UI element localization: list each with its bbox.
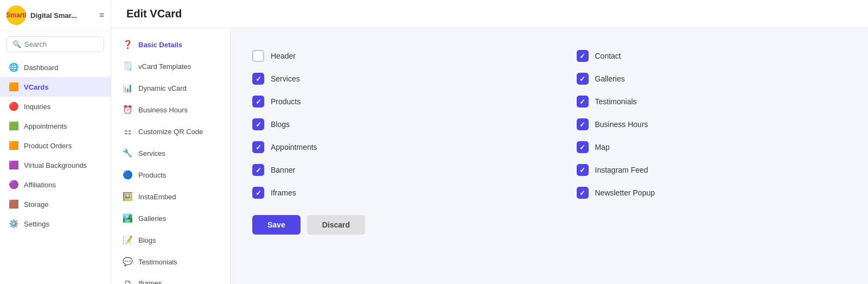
left-nav-label: Basic Details [138,41,182,49]
checkbox-label-testimonials: Testimonials [595,97,637,106]
checkbox-row-map[interactable]: Map [577,136,847,159]
search-icon: 🔍 [12,40,21,48]
inquiries-icon: 🔴 [9,102,18,111]
discard-button[interactable]: Discard [307,215,365,235]
checkbox-business-hours[interactable] [577,118,589,130]
checkbox-map[interactable] [577,141,589,153]
basic-details-nav-icon: ❓ [122,40,133,49]
checkbox-label-galleries: Galleries [595,74,625,83]
sidebar-item-label: Product Orders [24,142,72,150]
affiliations-icon: 🟣 [9,180,18,190]
galleries-nav-icon: 🏞️ [122,213,133,223]
checkbox-iframes[interactable] [252,187,264,199]
storage-icon: 🟫 [9,199,18,209]
sidebar-item-label: Inquiries [24,103,50,111]
left-nav-label: Customize QR Code [138,128,203,136]
left-nav-item-instaembed[interactable]: 🖼️InstaEmbed [111,186,230,207]
checkbox-row-products[interactable]: Products [252,90,522,113]
sidebar-item-label: Appointments [24,122,67,130]
left-nav-item-products[interactable]: 🔵Products [111,164,230,186]
sidebar-header: Smartl Digital Smar... ≡ [0,0,111,31]
iframes-nav-icon: 🗋 [122,279,133,284]
checkbox-row-newsletter-popup[interactable]: Newsletter Popup [577,181,847,204]
checkbox-blogs[interactable] [252,118,264,130]
left-nav-label: Testimonials [138,258,177,266]
sidebar-nav: 🌐Dashboard🟧VCards🔴Inquiries🟩Appointments… [0,58,111,233]
checkbox-right-col: ContactGalleriesTestimonialsBusiness Hou… [577,45,847,204]
sidebar-item-dashboard[interactable]: 🌐Dashboard [0,58,111,77]
checkbox-testimonials[interactable] [577,96,589,108]
checkbox-products[interactable] [252,96,264,108]
checkbox-row-instagram-feed[interactable]: Instagram Feed [577,159,847,181]
left-nav-item-customize-qr-code[interactable]: ⚏Customize QR Code [111,121,230,142]
left-nav-label: Galleries [138,214,166,223]
sidebar-item-storage[interactable]: 🟫Storage [0,194,111,214]
checkbox-label-products: Products [271,97,301,106]
appointments-icon: 🟩 [9,121,18,131]
checkbox-services[interactable] [252,73,264,85]
services-nav-icon: 🔧 [122,148,133,158]
sidebar: Smartl Digital Smar... ≡ 🔍 🌐Dashboard🟧VC… [0,0,111,284]
hamburger-icon[interactable]: ≡ [99,10,104,20]
checkbox-label-map: Map [595,143,610,152]
checkbox-label-services: Services [271,74,300,83]
main-content: Edit VCard ❓Basic Details🗒️vCard Templat… [111,0,868,284]
actions-row: Save Discard [252,215,846,235]
sidebar-item-product-orders[interactable]: 🟧Product Orders [0,136,111,155]
left-nav-item-testimonials[interactable]: 💬Testimonials [111,251,230,273]
checkbox-row-blogs[interactable]: Blogs [252,113,522,136]
sidebar-item-label: Affiliations [24,181,56,189]
left-nav-item-basic-details[interactable]: ❓Basic Details [111,34,230,55]
checkbox-row-contact[interactable]: Contact [577,45,847,67]
dashboard-icon: 🌐 [9,62,18,72]
sidebar-item-label: Settings [24,220,49,228]
sidebar-item-appointments[interactable]: 🟩Appointments [0,116,111,136]
checkbox-newsletter-popup[interactable] [577,187,589,199]
checkbox-label-instagram-feed: Instagram Feed [595,166,648,174]
checkbox-instagram-feed[interactable] [577,164,589,176]
sidebar-item-vcards[interactable]: 🟧VCards [0,77,111,97]
save-button[interactable]: Save [252,215,301,235]
left-nav-item-galleries[interactable]: 🏞️Galleries [111,207,230,229]
checkbox-left-col: HeaderServicesProductsBlogsAppointmentsB… [252,45,522,204]
sidebar-item-inquiries[interactable]: 🔴Inquiries [0,97,111,116]
checkbox-row-testimonials[interactable]: Testimonials [577,90,847,113]
checkbox-label-contact: Contact [595,52,621,60]
checkbox-label-banner: Banner [271,166,295,174]
checkbox-header[interactable] [252,50,264,62]
business-hours-nav-icon: ⏰ [122,105,133,115]
sidebar-item-settings[interactable]: ⚙️Settings [0,214,111,233]
left-nav-label: vCard Templates [138,62,191,71]
checkbox-row-header[interactable]: Header [252,45,522,67]
checkbox-appointments[interactable] [252,141,264,153]
left-nav-item-services[interactable]: 🔧Services [111,142,230,164]
checkbox-row-galleries[interactable]: Galleries [577,67,847,90]
left-nav-label: Dynamic vCard [138,84,187,92]
left-nav-item-business-hours[interactable]: ⏰Business Hours [111,99,230,121]
sidebar-item-virtual-backgrounds[interactable]: 🟪Virtual Backgrounds [0,155,111,175]
left-nav-label: Iframes [138,279,162,284]
checkbox-row-iframes[interactable]: Iframes [252,181,522,204]
left-nav-item-iframes[interactable]: 🗋Iframes [111,273,230,284]
checkbox-contact[interactable] [577,50,589,62]
checkbox-row-business-hours[interactable]: Business Hours [577,113,847,136]
instaembed-nav-icon: 🖼️ [122,192,133,201]
checkbox-label-header: Header [271,52,296,60]
sidebar-item-label: Storage [24,200,49,209]
checkbox-row-services[interactable]: Services [252,67,522,90]
blogs-nav-icon: 📝 [122,235,133,245]
left-nav-item-vcard-templates[interactable]: 🗒️vCard Templates [111,55,230,77]
left-nav-label: Blogs [138,236,156,244]
app-name: Digital Smar... [30,11,77,20]
sidebar-item-affiliations[interactable]: 🟣Affiliations [0,175,111,194]
left-nav-item-dynamic-vcard[interactable]: 📊Dynamic vCard [111,77,230,99]
checkbox-row-banner[interactable]: Banner [252,159,522,181]
left-nav-item-blogs[interactable]: 📝Blogs [111,229,230,251]
checkbox-row-appointments[interactable]: Appointments [252,136,522,159]
checkbox-galleries[interactable] [577,73,589,85]
search-box[interactable]: 🔍 [7,36,104,52]
left-nav-label: Services [138,149,165,157]
customize-qr-code-nav-icon: ⚏ [122,127,133,136]
search-input[interactable] [24,40,98,48]
checkbox-banner[interactable] [252,164,264,176]
